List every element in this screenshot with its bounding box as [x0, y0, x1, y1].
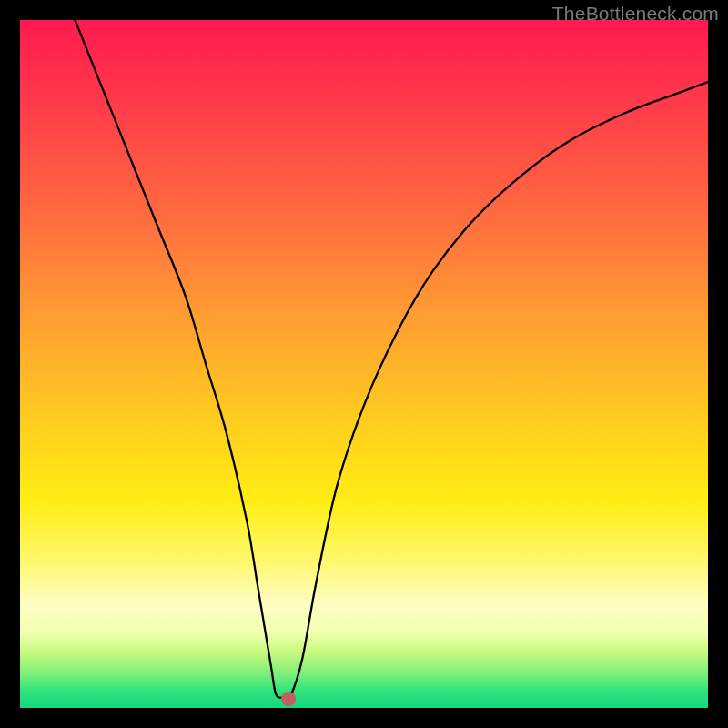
- watermark-text: TheBottleneck.com: [552, 3, 719, 25]
- bottleneck-curve: [20, 20, 708, 708]
- chart-frame: TheBottleneck.com: [0, 0, 728, 728]
- plot-area: [20, 20, 708, 708]
- optimum-marker: [281, 692, 296, 706]
